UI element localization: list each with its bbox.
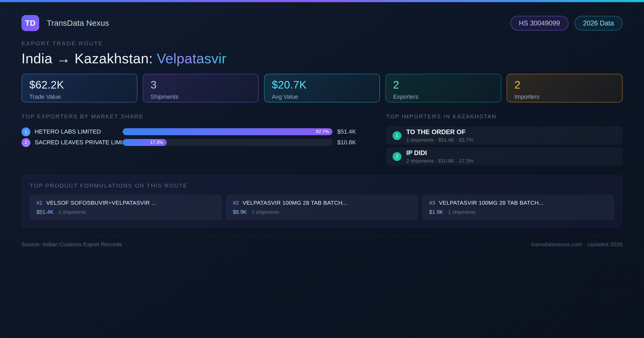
product-card[interactable]: #1 VELSOF SOFOSBUVIR+VELPATASVIR ... $51… bbox=[30, 195, 222, 220]
market-share-bar-fill: 82.7% bbox=[123, 128, 332, 135]
top-accent-bar bbox=[0, 0, 644, 2]
product-shipments: 1 shipments bbox=[448, 209, 475, 215]
market-share-bar-track: 82.7% bbox=[123, 128, 332, 135]
stats-row: $62.2K Trade Value 3 Shipments $20.7K Av… bbox=[21, 74, 623, 102]
rank-badge: 2 bbox=[21, 138, 30, 147]
product-shipments: 1 shipments bbox=[252, 209, 279, 215]
market-share-percent: 82.7% bbox=[316, 129, 329, 134]
stat-card-importers: 2 Importers bbox=[507, 74, 623, 102]
stat-card-shipments: 3 Shipments bbox=[143, 74, 259, 102]
product-name: VELPATASVIR 100MG 28 TAB BATCH... bbox=[243, 200, 347, 206]
product-value: $8.9K bbox=[233, 209, 247, 215]
product-card[interactable]: #2 VELPATASVIR 100MG 28 TAB BATCH... $8.… bbox=[226, 195, 418, 220]
stat-value: $62.2K bbox=[29, 79, 130, 91]
product-title-line: #1 VELSOF SOFOSBUVIR+VELPATASVIR ... bbox=[36, 200, 215, 206]
importers-heading: TOP IMPORTERS IN KAZAKHSTAN bbox=[386, 113, 623, 120]
footer: Source: Indian Customs Export Records tr… bbox=[21, 235, 623, 248]
product-name: VELPATASVIR 100MG 28 TAB BATCH... bbox=[439, 200, 544, 206]
rank-badge: 2 bbox=[393, 152, 401, 161]
importer-card[interactable]: 1 TO THE ORDER OF 1 shipments · $51.4K ·… bbox=[386, 126, 623, 145]
product-rank: #3 bbox=[429, 200, 435, 206]
exporter-trade-value: $10.8K bbox=[337, 139, 365, 146]
exporter-row: 2 SACRED LEAVES PRIVATE LIMI... 17.3% $1… bbox=[21, 137, 365, 148]
product-name: VELSOF SOFOSBUVIR+VELPATASVIR ... bbox=[46, 200, 156, 206]
products-heading: TOP PRODUCT FORMULATIONS ON THIS ROUTE bbox=[30, 182, 614, 189]
product-rank: #2 bbox=[233, 200, 239, 206]
importer-detail: 1 shipments · $51.4K · 82.7% bbox=[406, 137, 473, 143]
product-rank: #1 bbox=[36, 200, 42, 206]
product-title-line: #3 VELPATASVIR 100MG 28 TAB BATCH... bbox=[429, 200, 608, 206]
product-value: $1.9K bbox=[429, 209, 443, 215]
header-badges: HS 30049099 2026 Data bbox=[510, 16, 623, 31]
stat-value: 3 bbox=[151, 79, 251, 91]
route-title-text: India → Kazakhstan: bbox=[21, 51, 157, 66]
stat-label: Shipments bbox=[151, 93, 251, 100]
exporter-row: 1 HETERO LABS LIMITED 82.7% $51.4K bbox=[21, 126, 365, 137]
exporter-trade-value: $51.4K bbox=[337, 128, 365, 135]
stat-label: Importers bbox=[514, 93, 615, 100]
product-shipments: 1 shipments bbox=[58, 209, 86, 215]
data-year-badge[interactable]: 2026 Data bbox=[575, 16, 623, 31]
exporters-heading: TOP EXPORTERS BY MARKET SHARE bbox=[21, 113, 365, 120]
market-share-percent: 17.3% bbox=[150, 140, 163, 145]
importer-detail: 2 shipments · $10.8K · 17.3% bbox=[406, 158, 473, 164]
importer-name: IP DIDI bbox=[406, 149, 473, 157]
header: TD TransData Nexus HS 30049099 2026 Data bbox=[21, 15, 623, 31]
exporters-section: TOP EXPORTERS BY MARKET SHARE 1 HETERO L… bbox=[21, 113, 365, 168]
importer-text: IP DIDI 2 shipments · $10.8K · 17.3% bbox=[406, 149, 473, 164]
columns: TOP EXPORTERS BY MARKET SHARE 1 HETERO L… bbox=[21, 113, 623, 168]
exporter-name[interactable]: HETERO LABS LIMITED bbox=[35, 128, 123, 135]
stat-card-avg-value: $20.7K Avg Value bbox=[264, 74, 380, 102]
footer-source: Source: Indian Customs Export Records bbox=[21, 241, 122, 248]
importer-text: TO THE ORDER OF 1 shipments · $51.4K · 8… bbox=[406, 128, 473, 143]
stat-label: Avg Value bbox=[272, 93, 372, 100]
stat-value: 2 bbox=[393, 79, 493, 91]
app-name: TransData Nexus bbox=[47, 19, 109, 28]
brand: TD TransData Nexus bbox=[21, 15, 109, 31]
rank-badge: 1 bbox=[21, 127, 30, 136]
page-container: TD TransData Nexus HS 30049099 2026 Data… bbox=[0, 15, 644, 248]
rank-badge: 1 bbox=[393, 131, 401, 140]
stat-label: Exporters bbox=[393, 93, 493, 100]
product-value: $51.4K bbox=[36, 209, 53, 215]
product-meta-line: $1.9K 1 shipments bbox=[429, 209, 608, 215]
exporters-rows: 1 HETERO LABS LIMITED 82.7% $51.4K 2 SAC… bbox=[21, 126, 365, 148]
product-meta-line: $51.4K 1 shipments bbox=[36, 209, 215, 215]
product-title-line: #2 VELPATASVIR 100MG 28 TAB BATCH... bbox=[233, 200, 411, 206]
stat-value: $20.7K bbox=[272, 79, 372, 91]
market-share-bar-track: 17.3% bbox=[123, 139, 332, 146]
hs-code-badge[interactable]: HS 30049099 bbox=[510, 16, 569, 31]
product-cards: #1 VELSOF SOFOSBUVIR+VELPATASVIR ... $51… bbox=[30, 195, 614, 220]
route-eyebrow: EXPORT TRADE ROUTE bbox=[21, 40, 623, 47]
product-highlight-text: Velpatasvir bbox=[157, 51, 226, 66]
importer-card[interactable]: 2 IP DIDI 2 shipments · $10.8K · 17.3% bbox=[386, 147, 623, 166]
market-share-bar-fill: 17.3% bbox=[123, 139, 167, 146]
exporter-name[interactable]: SACRED LEAVES PRIVATE LIMI... bbox=[35, 139, 123, 146]
importers-rows: 1 TO THE ORDER OF 1 shipments · $51.4K ·… bbox=[386, 126, 623, 166]
importers-section: TOP IMPORTERS IN KAZAKHSTAN 1 TO THE ORD… bbox=[386, 113, 623, 168]
product-card[interactable]: #3 VELPATASVIR 100MG 28 TAB BATCH... $1.… bbox=[422, 195, 614, 220]
app-logo[interactable]: TD bbox=[21, 15, 39, 31]
products-panel: TOP PRODUCT FORMULATIONS ON THIS ROUTE #… bbox=[21, 175, 623, 228]
importer-name: TO THE ORDER OF bbox=[406, 128, 473, 136]
product-meta-line: $8.9K 1 shipments bbox=[233, 209, 411, 215]
stat-card-exporters: 2 Exporters bbox=[385, 74, 501, 102]
stat-value: 2 bbox=[514, 79, 615, 91]
footer-site-link[interactable]: transdatanexus.com · Updated 2026 bbox=[531, 241, 623, 248]
stat-label: Trade Value bbox=[29, 93, 130, 100]
stat-card-trade-value: $62.2K Trade Value bbox=[21, 74, 137, 102]
page-title: India → Kazakhstan: Velpatasvir bbox=[21, 50, 623, 67]
